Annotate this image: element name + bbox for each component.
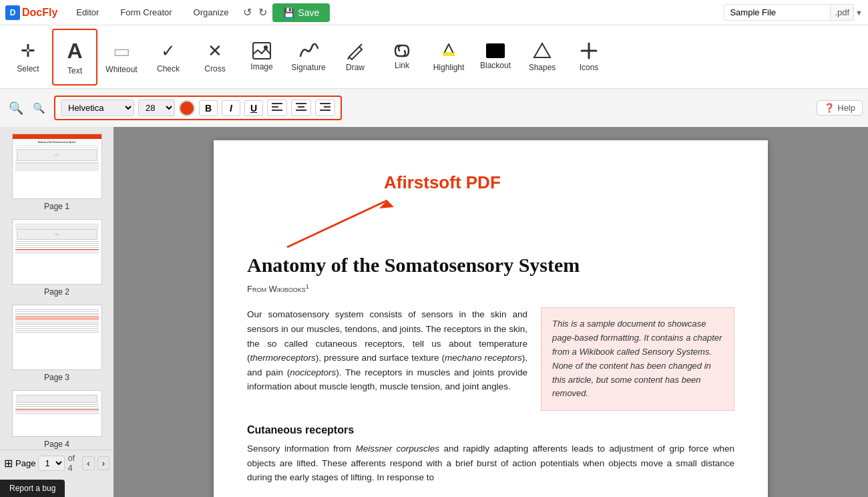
align-left-button[interactable]	[267, 100, 287, 116]
watermark-title: Afirstsoft PDF	[384, 172, 501, 193]
nav-tab-organize[interactable]: Organize	[184, 3, 238, 21]
format-toolbar: Helvetica Arial Times New Roman Georgia …	[54, 96, 342, 120]
thumb-label-3: Page 3	[44, 373, 69, 382]
tool-link[interactable]: Link	[379, 29, 425, 86]
pdf-section1-body: Sensory information from Meissner corpus…	[247, 442, 734, 485]
undo-button[interactable]: ↺	[240, 5, 254, 20]
thumb-label-2: Page 2	[44, 287, 69, 297]
pdf-sidebar-text: This is a sample document to showcase pa…	[552, 319, 722, 398]
cross-icon: ✕	[208, 41, 222, 61]
file-extension: .pdf	[831, 4, 854, 21]
svg-line-3	[348, 57, 349, 59]
nav-tab-editor[interactable]: Editor	[67, 3, 108, 21]
undo-redo-group: ↺ ↻	[240, 5, 270, 20]
font-size-select[interactable]: 28 81012 141618 202432	[138, 100, 175, 116]
tool-text[interactable]: A Text	[52, 29, 97, 86]
thumbnail-page-2[interactable]: img Page 2	[5, 219, 108, 297]
zoom-controls: 🔍 🔍	[5, 100, 49, 117]
tool-draw-label: Draw	[346, 63, 365, 72]
next-page-button[interactable]: ›	[97, 456, 110, 470]
logo: D DocFly	[5, 5, 57, 20]
tool-highlight[interactable]: Highlight	[426, 29, 471, 86]
redo-button[interactable]: ↻	[256, 5, 270, 20]
pdf-section-cutaneous: Cutaneous receptors	[247, 424, 734, 436]
tool-highlight-label: Highlight	[433, 63, 465, 72]
pdf-main-title: Anatomy of the Somatosensory System	[247, 254, 734, 277]
main-toolbar: ✛ Select A Text ▭ Whiteout ✓ Check ✕ Cro…	[0, 25, 868, 89]
thumbnail-page-1[interactable]: Anatomy of the Somatosensory System img …	[5, 134, 108, 211]
align-right-button[interactable]	[315, 100, 335, 116]
prev-page-button[interactable]: ‹	[82, 456, 94, 470]
report-bug-button[interactable]: Report a bug	[0, 480, 65, 497]
thumb-img-2: img	[12, 219, 102, 285]
zoom-out-button[interactable]: 🔍	[5, 100, 27, 117]
file-ext-dropdown-icon[interactable]: ▼	[855, 9, 863, 17]
text-icon: A	[67, 39, 82, 63]
tool-whiteout[interactable]: ▭ Whiteout	[99, 29, 144, 86]
tool-blackout-label: Blackout	[480, 61, 511, 70]
page-number-select[interactable]: 1 234	[38, 456, 65, 471]
svg-marker-18	[379, 200, 394, 208]
tool-whiteout-label: Whiteout	[105, 65, 137, 74]
tool-signature[interactable]: Signature	[286, 29, 331, 86]
tool-cross-label: Cross	[204, 64, 225, 73]
underline-button[interactable]: U	[244, 100, 263, 116]
text-color-button[interactable]	[179, 100, 195, 116]
thumb-img-3	[12, 305, 102, 370]
file-name-input[interactable]	[724, 4, 831, 21]
main-area: Anatomy of the Somatosensory System img …	[0, 127, 868, 497]
help-icon: ❓	[824, 103, 835, 113]
save-button[interactable]: 💾 Save	[272, 3, 330, 22]
save-label: Save	[298, 7, 319, 18]
pdf-intro-column: Our somatosensory system consists of sen…	[247, 307, 527, 411]
pdf-page: Afirstsoft PDF Anatomy of the Somatosens…	[214, 140, 768, 497]
save-icon: 💾	[283, 7, 294, 18]
tool-check[interactable]: ✓ Check	[146, 29, 191, 86]
pdf-content-area[interactable]: Afirstsoft PDF Anatomy of the Somatosens…	[114, 127, 868, 497]
svg-marker-5	[534, 43, 550, 57]
thumbnail-page-4[interactable]: Page 4	[5, 390, 108, 449]
shapes-icon	[532, 41, 552, 60]
top-nav: D DocFly Editor Form Creator Organize ↺ …	[0, 0, 868, 25]
image-icon	[252, 42, 271, 59]
zoom-in-button[interactable]: 🔍	[29, 101, 49, 116]
tool-icons[interactable]: Icons	[566, 29, 612, 86]
tool-icons-label: Icons	[580, 63, 599, 72]
blackout-icon	[486, 43, 505, 58]
thumb-img-4	[12, 390, 102, 437]
signature-icon	[298, 41, 319, 60]
draw-icon	[346, 41, 365, 60]
font-family-select[interactable]: Helvetica Arial Times New Roman Georgia	[61, 100, 134, 116]
align-center-button[interactable]	[291, 100, 311, 116]
tool-text-label: Text	[67, 66, 82, 75]
link-icon	[391, 43, 413, 58]
tool-signature-label: Signature	[291, 63, 325, 72]
page-label: Page	[15, 458, 35, 468]
tool-image[interactable]: Image	[239, 29, 284, 86]
tool-select-label: Select	[17, 64, 39, 73]
help-label: Help	[837, 103, 855, 113]
pdf-intro-paragraph: Our somatosensory system consists of sen…	[247, 307, 527, 394]
thumb-img-1: Anatomy of the Somatosensory System img	[12, 134, 102, 199]
tool-image-label: Image	[250, 62, 272, 71]
thumbnail-page-3[interactable]: Page 3	[5, 305, 108, 382]
thumb-label-1: Page 1	[44, 202, 69, 211]
italic-button[interactable]: I	[222, 100, 240, 116]
tool-select[interactable]: ✛ Select	[5, 29, 51, 86]
tool-shapes[interactable]: Shapes	[519, 29, 565, 86]
pdf-source: From Wikibooks1	[247, 283, 734, 294]
bold-button[interactable]: B	[199, 100, 218, 116]
help-button[interactable]: ❓ Help	[817, 100, 863, 116]
highlight-icon	[439, 41, 458, 60]
tool-cross[interactable]: ✕ Cross	[192, 29, 238, 86]
tool-draw[interactable]: Draw	[333, 29, 378, 86]
nav-tab-form-creator[interactable]: Form Creator	[111, 3, 181, 21]
page-total: of 4	[67, 453, 79, 473]
svg-line-2	[359, 44, 362, 47]
check-icon: ✓	[161, 41, 176, 61]
logo-name: DocFly	[22, 7, 57, 19]
tool-blackout[interactable]: Blackout	[473, 29, 518, 86]
pdf-content-row: Our somatosensory system consists of sen…	[247, 307, 734, 411]
thumbnail-sidebar: Anatomy of the Somatosensory System img …	[0, 127, 114, 497]
grid-icon[interactable]: ⊞	[4, 457, 13, 470]
